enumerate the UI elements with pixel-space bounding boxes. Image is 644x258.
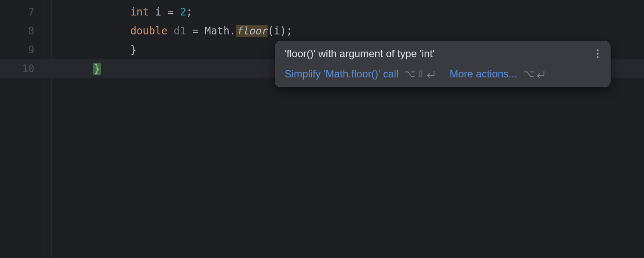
svg-point-1 xyxy=(597,53,598,55)
shortcut-hint: ⌥ xyxy=(523,68,545,80)
code-editor[interactable]: 7 int i = 2;8 double d1 = Math.floor(i);… xyxy=(0,0,644,258)
code-content[interactable]: int i = 2; xyxy=(56,6,192,18)
more-options-icon[interactable] xyxy=(595,47,601,60)
svg-point-0 xyxy=(597,49,598,51)
code-line[interactable]: 8 double d1 = Math.floor(i); xyxy=(0,22,644,40)
more-actions[interactable]: More actions... ⌥ xyxy=(450,68,544,80)
line-number: 10 xyxy=(0,63,34,75)
code-content[interactable]: } xyxy=(56,44,137,56)
simplify-action[interactable]: Simplify 'Math.floor()' call ⌥⇧ xyxy=(285,68,435,80)
inspection-title: 'floor()' with argument of type 'int' xyxy=(285,48,434,60)
line-number: 7 xyxy=(0,6,34,18)
inspection-tooltip: 'floor()' with argument of type 'int' Si… xyxy=(275,41,611,87)
code-content[interactable]: double d1 = Math.floor(i); xyxy=(56,25,292,37)
code-line[interactable]: 7 int i = 2; xyxy=(0,3,644,22)
line-number: 8 xyxy=(0,25,34,37)
code-content[interactable]: } xyxy=(56,63,101,75)
action-label: More actions... xyxy=(450,68,517,80)
line-number: 9 xyxy=(0,44,34,56)
svg-point-2 xyxy=(597,56,598,58)
shortcut-hint: ⌥⇧ xyxy=(404,68,435,80)
action-label: Simplify 'Math.floor()' call xyxy=(285,68,398,80)
